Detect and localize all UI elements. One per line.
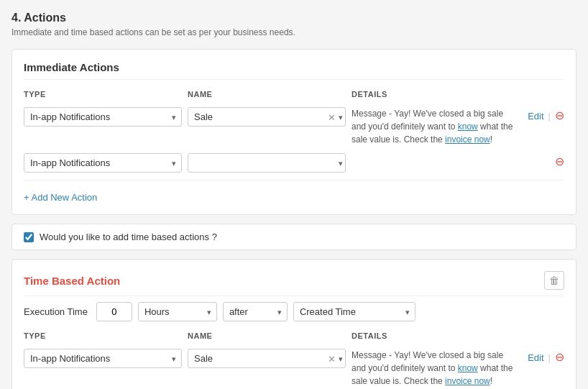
- tb-remove-button-1[interactable]: ⊖: [555, 352, 564, 363]
- after-select[interactable]: after before: [223, 302, 288, 321]
- remove-button-2[interactable]: ⊖: [555, 156, 564, 168]
- details-link-1b: invoice now: [445, 134, 490, 145]
- execution-label: Execution Time: [24, 306, 88, 317]
- name-select-wrapper-2[interactable]: Sale Purchase ▾: [188, 153, 346, 173]
- details-text-1: Message - Yay! We've closed a big sale a…: [352, 109, 513, 145]
- time-based-checkbox-label[interactable]: Would you like to add time based actions…: [40, 232, 217, 242]
- action-controls-2: ⊖: [555, 153, 564, 168]
- immediate-actions-title: Immediate Actions: [24, 61, 564, 80]
- page-title: 4. Actions: [12, 12, 576, 24]
- tb-action-controls-1: Edit | ⊖: [528, 349, 564, 363]
- action-controls-1: Edit | ⊖: [528, 107, 564, 122]
- execution-number-input[interactable]: [96, 302, 132, 321]
- col-header-details: DETAILS: [352, 90, 564, 99]
- divider-2: [24, 296, 564, 296]
- title-part2: Action: [87, 275, 121, 287]
- tb-name-select-1[interactable]: Sale Purchase Reminder: [188, 349, 346, 368]
- col-header-type: TYPE: [24, 90, 182, 99]
- hours-select[interactable]: Hours Minutes Days: [138, 302, 217, 321]
- immediate-action-row-2: In-app Notifications Email SMS Sale Purc…: [24, 153, 564, 173]
- remove-button-1[interactable]: ⊖: [555, 110, 564, 122]
- edit-button-1[interactable]: Edit: [528, 111, 543, 122]
- time-based-actions-card: Time Based Action 🗑 Execution Time Hours…: [12, 259, 576, 389]
- divider-1: [24, 180, 564, 180]
- name-select-wrapper-1[interactable]: Sale Purchase Reminder ✕ ▾: [188, 107, 346, 127]
- tb-details-link-1b: invoice now: [445, 376, 490, 386]
- name-select-1[interactable]: Sale Purchase Reminder: [188, 107, 346, 127]
- time-based-checkbox-row: Would you like to add time based actions…: [12, 224, 576, 250]
- type-select-2[interactable]: In-app Notifications Email SMS: [24, 153, 182, 173]
- tb-col-header-type: TYPE: [24, 331, 182, 340]
- title-part1: Time Based: [24, 275, 84, 287]
- type-select-wrapper-1[interactable]: In-app Notifications Email SMS: [24, 107, 182, 127]
- time-based-title: Time Based Action: [24, 275, 120, 287]
- details-link-1a: know: [458, 122, 478, 132]
- add-immediate-action-btn[interactable]: + Add New Action: [24, 192, 97, 203]
- immediate-col-headers: TYPE NAME DETAILS: [24, 90, 564, 101]
- execution-time-row: Execution Time Hours Minutes Days after …: [24, 302, 564, 321]
- col-header-name: NAME: [188, 90, 346, 99]
- tb-col-header-name: NAME: [188, 331, 346, 340]
- created-time-select-wrap[interactable]: Created Time Updated Time Due Date: [293, 302, 415, 321]
- tb-type-select-1[interactable]: In-app Notifications Email SMS: [24, 349, 182, 368]
- type-select-wrapper-2[interactable]: In-app Notifications Email SMS: [24, 153, 182, 173]
- tb-edit-button-1[interactable]: Edit: [528, 352, 543, 363]
- immediate-details-1: Message - Yay! We've closed a big sale a…: [352, 107, 516, 146]
- immediate-action-row-1: In-app Notifications Email SMS Sale Purc…: [24, 107, 564, 146]
- hours-select-wrap[interactable]: Hours Minutes Days: [138, 302, 217, 321]
- time-based-checkbox[interactable]: [24, 232, 34, 242]
- tb-details-1: Message - Yay! We've closed a big sale a…: [352, 349, 516, 388]
- time-based-action-row-1: In-app Notifications Email SMS Sale Purc…: [24, 349, 564, 388]
- after-select-wrap[interactable]: after before: [223, 302, 288, 321]
- tb-col-header-details: DETAILS: [352, 331, 564, 340]
- time-based-col-headers: TYPE NAME DETAILS: [24, 331, 564, 343]
- tb-details-text-1: Message - Yay! We've closed a big sale a…: [352, 350, 513, 386]
- time-based-header: Time Based Action 🗑: [24, 271, 564, 290]
- immediate-actions-card: Immediate Actions TYPE NAME DETAILS In-a…: [12, 49, 576, 215]
- delete-time-based-btn[interactable]: 🗑: [544, 271, 564, 290]
- name-select-2[interactable]: Sale Purchase: [188, 153, 346, 173]
- tb-details-link-1a: know: [458, 363, 478, 373]
- created-time-select[interactable]: Created Time Updated Time Due Date: [293, 302, 415, 321]
- tb-type-select-wrapper-1[interactable]: In-app Notifications Email SMS: [24, 349, 182, 368]
- tb-name-select-wrapper-1[interactable]: Sale Purchase Reminder ✕ ▾: [188, 349, 346, 368]
- type-select-1[interactable]: In-app Notifications Email SMS: [24, 107, 182, 127]
- page-subtitle: Immediate and time based actions can be …: [12, 27, 576, 37]
